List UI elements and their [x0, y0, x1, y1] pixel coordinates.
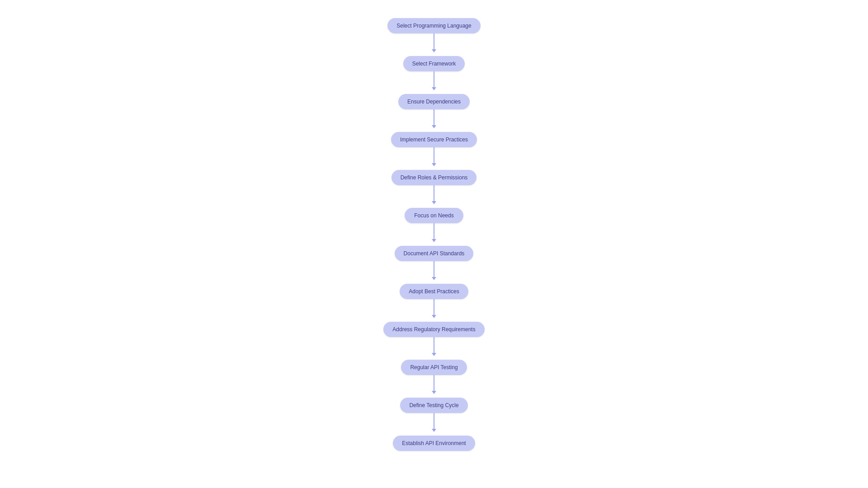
node-8[interactable]: Adopt Best Practices [400, 284, 468, 299]
connector-2 [432, 71, 436, 94]
connector-6 [432, 223, 436, 246]
connector-3 [432, 109, 436, 132]
node-3[interactable]: Ensure Dependencies [398, 94, 470, 109]
node-11[interactable]: Define Testing Cycle [400, 398, 467, 413]
connector-11 [432, 413, 436, 436]
connector-7 [432, 261, 436, 284]
connector-10 [432, 375, 436, 398]
node-4[interactable]: Implement Secure Practices [391, 132, 477, 147]
node-5[interactable]: Define Roles & Permissions [392, 170, 477, 185]
node-2[interactable]: Select Framework [403, 56, 465, 71]
flowchart: Select Programming LanguageSelect Framew… [383, 9, 484, 460]
connector-4 [432, 147, 436, 170]
node-12[interactable]: Establish API Environment [393, 436, 475, 451]
node-7[interactable]: Document API Standards [395, 246, 474, 261]
connector-8 [432, 299, 436, 322]
node-6[interactable]: Focus on Needs [405, 208, 463, 223]
connector-9 [432, 337, 436, 360]
node-1[interactable]: Select Programming Language [387, 18, 480, 33]
node-9[interactable]: Address Regulatory Requirements [383, 322, 484, 337]
connector-1 [432, 33, 436, 56]
node-10[interactable]: Regular API Testing [401, 360, 467, 375]
connector-5 [432, 185, 436, 208]
